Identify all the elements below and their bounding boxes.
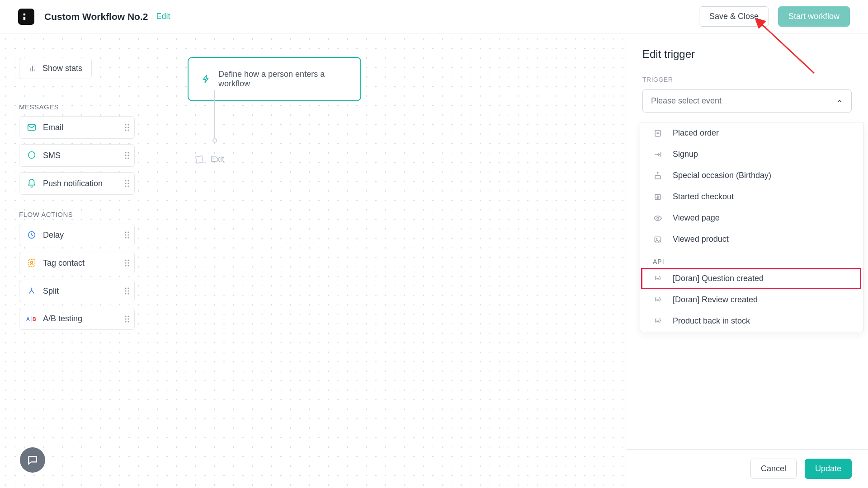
page-title: Custom Workflow No.2 xyxy=(44,11,148,22)
palette-item-delay[interactable]: Delay xyxy=(19,224,135,246)
workflow-canvas[interactable]: Show stats MESSAGES Email SMS xyxy=(0,33,626,488)
svg-point-40 xyxy=(125,290,126,291)
svg-point-51 xyxy=(125,321,126,322)
app-header: Custom Workflow No.2 Edit Save & Close S… xyxy=(0,0,868,33)
panel-title: Edit trigger xyxy=(642,48,852,61)
help-chat-button[interactable] xyxy=(20,447,45,473)
bell-icon xyxy=(26,178,38,188)
option-label: Signup xyxy=(673,150,698,159)
palette-item-label: SMS xyxy=(43,151,61,160)
option-started-checkout[interactable]: Started checkout xyxy=(640,186,863,207)
edit-title-link[interactable]: Edit xyxy=(156,12,170,21)
svg-point-35 xyxy=(127,262,129,263)
exit-node[interactable]: Exit xyxy=(194,154,224,164)
clock-icon xyxy=(26,230,38,240)
svg-point-31 xyxy=(31,261,33,263)
palette-item-push[interactable]: Push notification xyxy=(19,172,135,195)
trigger-event-dropdown: Placed order Signup Special occasion (Bi… xyxy=(640,122,863,332)
svg-point-50 xyxy=(127,318,129,319)
option-label: [Doran] Question created xyxy=(673,274,764,283)
trigger-section-label: TRIGGER xyxy=(642,76,852,83)
svg-point-64 xyxy=(658,300,659,300)
option-viewed-product[interactable]: Viewed product xyxy=(640,229,863,250)
option-doran-review-created[interactable]: [Doran] Review created xyxy=(640,289,863,310)
svg-text:B: B xyxy=(33,316,36,322)
svg-point-32 xyxy=(125,259,126,261)
save-close-button[interactable]: Save & Close xyxy=(699,6,769,27)
option-label: Viewed product xyxy=(673,235,729,244)
svg-point-24 xyxy=(125,231,126,233)
enter-icon xyxy=(653,150,663,159)
svg-point-67 xyxy=(658,321,659,321)
svg-point-13 xyxy=(125,155,126,156)
palette-item-tag-contact[interactable]: Tag contact xyxy=(19,252,135,274)
svg-point-25 xyxy=(127,231,129,233)
palette-item-label: Push notification xyxy=(43,179,103,188)
show-stats-button[interactable]: Show stats xyxy=(19,58,92,79)
lightning-icon xyxy=(201,74,211,84)
update-button[interactable]: Update xyxy=(805,459,852,479)
cancel-button[interactable]: Cancel xyxy=(750,459,797,479)
svg-point-58 xyxy=(656,238,657,239)
svg-point-34 xyxy=(125,262,126,263)
palette-item-label: A/B testing xyxy=(43,314,82,324)
option-product-back-in-stock[interactable]: Product back in stock xyxy=(640,310,863,332)
svg-point-26 xyxy=(125,234,126,235)
split-icon xyxy=(26,286,38,296)
palette-item-ab-testing[interactable]: AB A/B testing xyxy=(19,308,135,330)
svg-point-42 xyxy=(125,293,126,294)
svg-point-49 xyxy=(125,318,126,319)
svg-point-9 xyxy=(127,129,129,131)
select-placeholder: Please select event xyxy=(651,96,722,106)
svg-point-27 xyxy=(127,234,129,235)
svg-point-48 xyxy=(127,315,129,317)
node-connector xyxy=(214,90,215,139)
svg-rect-1 xyxy=(24,17,26,20)
option-label: Started checkout xyxy=(673,192,734,202)
svg-point-38 xyxy=(125,287,126,289)
option-special-occasion[interactable]: Special occasion (Birthday) xyxy=(640,165,863,186)
trigger-node[interactable]: Define how a person enters a workflow xyxy=(188,57,361,101)
tag-person-icon xyxy=(26,258,38,268)
option-signup[interactable]: Signup xyxy=(640,144,863,165)
chevron-up-icon xyxy=(836,98,843,105)
dollar-icon xyxy=(653,192,663,202)
palette-item-email[interactable]: Email xyxy=(19,116,135,139)
drag-handle-icon xyxy=(124,315,130,323)
start-workflow-button[interactable]: Start workflow xyxy=(778,6,850,27)
palette-item-label: Split xyxy=(43,286,59,296)
drag-handle-icon xyxy=(124,231,130,239)
mail-icon xyxy=(26,122,38,132)
option-label: [Doran] Review created xyxy=(673,295,758,305)
option-doran-question-created[interactable]: [Doran] Question created xyxy=(640,268,863,289)
chat-icon xyxy=(26,150,38,160)
bar-chart-icon xyxy=(28,65,37,73)
svg-point-12 xyxy=(127,152,129,153)
flow-heading: FLOW ACTIONS xyxy=(19,211,135,218)
trigger-event-select[interactable]: Please select event xyxy=(642,89,852,113)
svg-point-37 xyxy=(127,265,129,266)
svg-point-20 xyxy=(127,183,129,184)
palette-item-sms[interactable]: SMS xyxy=(19,144,135,167)
svg-point-19 xyxy=(125,183,126,184)
option-viewed-page[interactable]: Viewed page xyxy=(640,207,863,229)
svg-point-36 xyxy=(125,265,126,266)
svg-rect-53 xyxy=(196,156,203,163)
node-port[interactable] xyxy=(212,138,217,143)
svg-point-11 xyxy=(125,152,126,153)
option-label: Viewed page xyxy=(673,213,720,223)
drag-handle-icon xyxy=(124,123,130,131)
dropdown-group-api: API xyxy=(640,250,863,268)
svg-rect-0 xyxy=(24,13,26,15)
svg-point-29 xyxy=(127,237,129,238)
svg-point-16 xyxy=(127,157,129,159)
drag-handle-icon xyxy=(124,287,130,295)
svg-point-39 xyxy=(127,287,129,289)
cake-icon xyxy=(653,171,663,180)
svg-text:A: A xyxy=(26,316,30,322)
right-panel: Edit trigger TRIGGER Please select event… xyxy=(626,33,868,488)
option-placed-order[interactable]: Placed order xyxy=(640,122,863,144)
eye-icon xyxy=(653,214,663,223)
palette-item-split[interactable]: Split xyxy=(19,280,135,302)
drag-handle-icon xyxy=(124,179,130,188)
